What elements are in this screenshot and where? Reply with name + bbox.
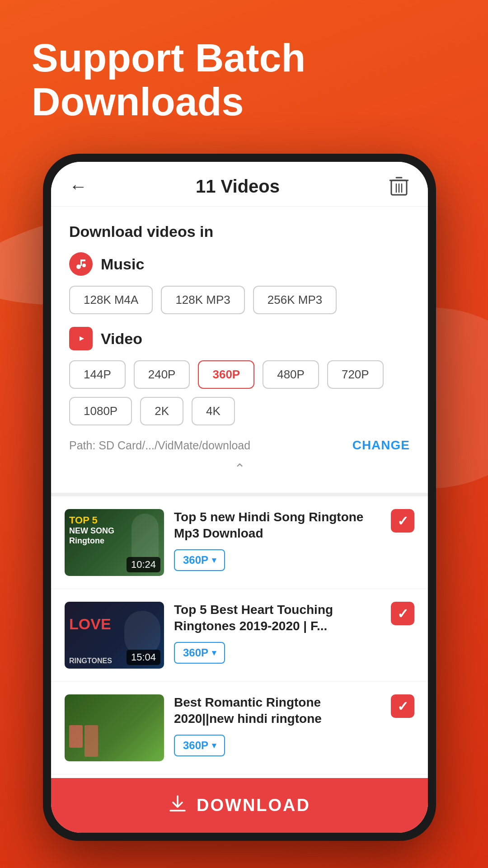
video-format-144p[interactable]: 144P	[69, 360, 126, 389]
download-icon	[169, 794, 187, 816]
music-section-header: Music	[69, 252, 410, 276]
music-section: Music 128K M4A 128K MP3 256K MP3	[69, 252, 410, 314]
top-bar: ← 11 Videos	[51, 162, 428, 207]
music-format-128k-mp3[interactable]: 128K MP3	[161, 286, 244, 314]
format-panel-title: Download videos in	[69, 223, 410, 241]
path-row: Path: SD Card/.../VidMate/download CHANG…	[69, 438, 410, 453]
video-format-2k[interactable]: 2K	[140, 397, 183, 425]
thumb-overlay-2: LOVE	[69, 615, 111, 633]
video-title-3: Best Romantic Ringtone 2020||new hindi r…	[174, 694, 381, 727]
quality-value-1: 360P	[183, 554, 208, 566]
quality-value-2: 360P	[183, 646, 208, 659]
quality-select-2[interactable]: 360P ▾	[174, 642, 225, 664]
music-format-256k-mp3[interactable]: 256K MP3	[253, 286, 337, 314]
chevron-down-icon: ▾	[212, 555, 216, 565]
music-icon	[69, 252, 93, 276]
video-section-label: Video	[101, 330, 142, 348]
video-item-1: TOP 5 NEW SONG Ringtone 10:24 Top 5 new …	[51, 496, 428, 589]
phone-shell: ← 11 Videos Download videos in	[43, 154, 436, 841]
quality-select-3[interactable]: 360P ▾	[174, 735, 225, 756]
video-format-240p[interactable]: 240P	[134, 360, 190, 389]
check-icon-2: ✓	[397, 606, 408, 622]
change-button[interactable]: CHANGE	[352, 438, 410, 453]
video-icon	[69, 327, 93, 350]
chevron-down-icon-3: ▾	[212, 741, 216, 750]
video-info-1: Top 5 new Hindi Song Ringtone Mp3 Downlo…	[174, 509, 381, 571]
checkbox-1[interactable]: ✓	[391, 509, 414, 533]
download-bar[interactable]: DOWNLOAD	[51, 778, 428, 833]
quality-value-3: 360P	[183, 739, 208, 752]
format-panel: Download videos in Music	[51, 207, 428, 496]
svg-rect-9	[80, 259, 85, 261]
video-item-3: Best Romantic Ringtone 2020||new hindi r…	[51, 682, 428, 774]
video-info-2: Top 5 Best Heart Touching Ringtones 2019…	[174, 602, 381, 664]
checkbox-3[interactable]: ✓	[391, 694, 414, 718]
video-format-480p[interactable]: 480P	[263, 360, 319, 389]
svg-point-6	[76, 264, 81, 269]
video-format-360p[interactable]: 360P	[198, 360, 254, 389]
video-list: TOP 5 NEW SONG Ringtone 10:24 Top 5 new …	[51, 496, 428, 778]
video-section-header: Video	[69, 327, 410, 350]
page-title: 11 Videos	[196, 176, 280, 197]
hero-title: Support Batch Downloads	[32, 36, 456, 124]
video-item-2: LOVE RINGTONES 15:04 Top 5 Best Heart To…	[51, 589, 428, 682]
svg-point-7	[82, 264, 86, 267]
video-title-1: Top 5 new Hindi Song Ringtone Mp3 Downlo…	[174, 509, 381, 542]
checkbox-2[interactable]: ✓	[391, 602, 414, 625]
check-icon-1: ✓	[397, 513, 408, 529]
thumb-3	[65, 694, 164, 761]
music-section-label: Music	[101, 255, 144, 273]
phone-screen: ← 11 Videos Download videos in	[51, 162, 428, 833]
quality-select-1[interactable]: 360P ▾	[174, 549, 225, 571]
back-button[interactable]: ←	[69, 176, 87, 197]
duration-badge-2: 15:04	[127, 650, 160, 665]
video-format-1080p[interactable]: 1080P	[69, 397, 132, 425]
phone-wrapper: ← 11 Videos Download videos in	[43, 154, 474, 868]
thumb-wrap-2: LOVE RINGTONES 15:04	[65, 602, 164, 669]
video-section: Video 144P 240P 360P 480P 720P 1080P 2K …	[69, 327, 410, 425]
collapse-arrow[interactable]: ⌃	[69, 453, 410, 479]
duration-badge-1: 10:24	[127, 557, 160, 572]
thumb-wrap-3	[65, 694, 164, 761]
check-icon-3: ✓	[397, 698, 408, 714]
video-info-3: Best Romantic Ringtone 2020||new hindi r…	[174, 694, 381, 756]
path-text: Path: SD Card/.../VidMate/download	[69, 439, 250, 452]
video-format-buttons: 144P 240P 360P 480P 720P 1080P 2K 4K	[69, 360, 410, 425]
thumb-sub-2: RINGTONES	[69, 657, 112, 665]
music-format-128k-m4a[interactable]: 128K M4A	[69, 286, 153, 314]
thumb-wrap-1: TOP 5 NEW SONG Ringtone 10:24	[65, 509, 164, 576]
download-button-label: DOWNLOAD	[197, 796, 310, 815]
video-format-720p[interactable]: 720P	[327, 360, 384, 389]
chevron-down-icon-2: ▾	[212, 648, 216, 658]
video-title-2: Top 5 Best Heart Touching Ringtones 2019…	[174, 602, 381, 635]
music-format-buttons: 128K M4A 128K MP3 256K MP3	[69, 286, 410, 314]
thumb-overlay-1: TOP 5 NEW SONG Ringtone	[69, 514, 114, 546]
video-format-4k[interactable]: 4K	[192, 397, 235, 425]
trash-button[interactable]	[388, 175, 410, 197]
